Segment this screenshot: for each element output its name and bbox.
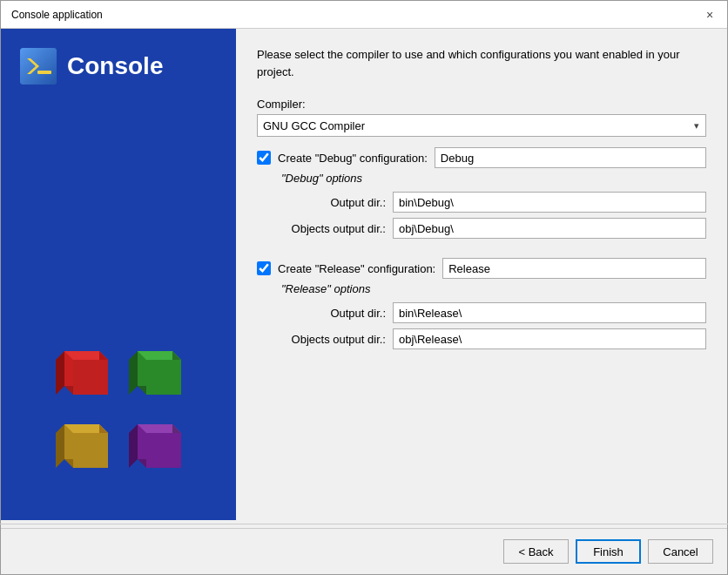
release-config-section: Create "Release" configuration: "Release… — [257, 258, 706, 358]
console-logo-icon — [18, 46, 58, 86]
svg-marker-5 — [56, 351, 64, 395]
cube-green-icon — [120, 342, 190, 412]
sidebar: Console — [1, 29, 236, 520]
cube-yellow-icon — [47, 416, 117, 485]
debug-obj-row: Objects output dir.: — [281, 218, 706, 239]
dialog: Console application × — [0, 0, 728, 575]
release-checkbox[interactable] — [257, 261, 271, 275]
button-bar: < Back Finish Cancel — [1, 528, 727, 574]
svg-marker-23 — [129, 424, 138, 468]
compiler-label: Compiler: — [257, 98, 706, 111]
sidebar-header: Console — [18, 46, 163, 86]
compiler-dropdown[interactable]: GNU GCC Compiler Microsoft Visual C++ Cl… — [257, 114, 706, 137]
debug-config-label: Create "Debug" configuration: — [278, 152, 428, 165]
debug-name-input[interactable] — [435, 147, 706, 168]
dialog-title: Console application — [11, 9, 103, 21]
svg-marker-11 — [129, 351, 138, 395]
cube-purple-icon — [120, 416, 190, 485]
release-obj-label: Objects output dir.: — [281, 333, 386, 346]
svg-marker-17 — [56, 424, 64, 468]
debug-config-section: Create "Debug" configuration: "Debug" op… — [257, 147, 706, 247]
debug-output-label: Output dir.: — [281, 196, 386, 209]
release-obj-input[interactable] — [393, 328, 706, 349]
intro-text: Please select the compiler to use and wh… — [257, 46, 706, 80]
release-output-label: Output dir.: — [281, 307, 386, 320]
debug-options-title: "Debug" options — [281, 172, 706, 185]
release-options-title: "Release" options — [281, 282, 706, 295]
separator — [0, 524, 728, 524]
sidebar-title: Console — [67, 52, 163, 80]
back-button[interactable]: < Back — [503, 539, 569, 564]
cube-red-icon — [47, 342, 117, 412]
release-name-input[interactable] — [442, 258, 706, 279]
release-obj-row: Objects output dir.: — [281, 328, 706, 349]
release-config-label: Create "Release" configuration: — [278, 262, 435, 275]
svg-marker-9 — [73, 360, 108, 395]
debug-options-section: "Debug" options Output dir.: Objects out… — [281, 172, 706, 239]
svg-marker-27 — [146, 433, 181, 468]
compiler-dropdown-wrapper: GNU GCC Compiler Microsoft Visual C++ Cl… — [257, 114, 706, 137]
cancel-button[interactable]: Cancel — [648, 539, 713, 564]
release-options-section: "Release" options Output dir.: Objects o… — [281, 282, 706, 349]
debug-output-input[interactable] — [393, 192, 706, 213]
svg-marker-15 — [146, 360, 181, 395]
title-bar: Console application × — [1, 1, 727, 29]
main-panel: Please select the compiler to use and wh… — [236, 29, 727, 520]
svg-marker-21 — [73, 433, 108, 468]
debug-obj-label: Objects output dir.: — [281, 222, 386, 235]
debug-output-row: Output dir.: — [281, 192, 706, 213]
compiler-section: Compiler: GNU GCC Compiler Microsoft Vis… — [257, 98, 706, 137]
content-area: Console — [1, 29, 727, 520]
release-output-row: Output dir.: — [281, 302, 706, 323]
finish-button[interactable]: Finish — [576, 539, 641, 564]
svg-rect-3 — [37, 71, 51, 74]
release-output-input[interactable] — [393, 302, 706, 323]
debug-checkbox[interactable] — [257, 151, 271, 165]
cubes-graphic — [47, 342, 190, 485]
release-config-row: Create "Release" configuration: — [257, 258, 706, 279]
debug-obj-input[interactable] — [393, 218, 706, 239]
close-button[interactable]: × — [699, 4, 720, 25]
debug-config-row: Create "Debug" configuration: — [257, 147, 706, 168]
